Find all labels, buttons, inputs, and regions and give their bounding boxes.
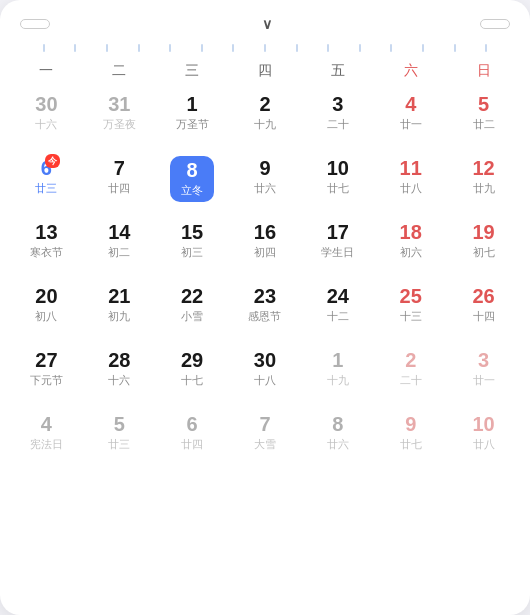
weekday-mon: 一 [10,58,83,84]
day-number: 22 [181,284,203,308]
day-cell[interactable]: 6今廿三 [10,152,83,214]
day-cell[interactable]: 21初九 [83,280,156,342]
day-cell[interactable]: 12廿九 [447,152,520,214]
day-cell[interactable]: 6廿四 [156,408,229,470]
holiday-button[interactable] [20,19,50,29]
day-subtitle: 十六 [35,117,57,132]
day-cell[interactable]: 27下元节 [10,344,83,406]
day-subtitle: 初二 [108,245,130,260]
day-number: 1 [332,348,343,372]
day-cell[interactable]: 29十七 [156,344,229,406]
day-cell[interactable]: 20初八 [10,280,83,342]
day-cell[interactable]: 9廿七 [374,408,447,470]
day-cell[interactable]: 4宪法日 [10,408,83,470]
day-cell[interactable]: 24十二 [301,280,374,342]
day-cell[interactable]: 9廿六 [229,152,302,214]
day-cell[interactable]: 31万圣夜 [83,88,156,150]
day-cell[interactable]: 1万圣节 [156,88,229,150]
weekday-fri: 五 [301,58,374,84]
calendar: ∨ 一 二 三 四 五 六 日 30十六31万圣夜1万圣节2十九3二十4廿一5廿… [0,0,530,615]
day-subtitle: 廿三 [108,437,130,452]
day-subtitle: 小雪 [181,309,203,324]
day-cell[interactable]: 1十九 [301,344,374,406]
day-cell[interactable]: 2十九 [229,88,302,150]
day-cell[interactable]: 7廿四 [83,152,156,214]
day-cell[interactable]: 14初二 [83,216,156,278]
day-cell[interactable]: 4廿一 [374,88,447,150]
day-number: 16 [254,220,276,244]
day-number: 9 [405,412,416,436]
today-dot-wrapper: 6今 [41,156,52,180]
day-number: 1 [187,92,198,116]
day-subtitle: 二十 [400,373,422,388]
day-cell[interactable]: 28十六 [83,344,156,406]
rain-drop [106,44,108,52]
day-number: 3 [332,92,343,116]
calendar-header: ∨ [0,16,530,44]
day-number: 30 [35,92,57,116]
day-subtitle: 廿七 [327,181,349,196]
day-subtitle: 立冬 [181,183,203,198]
day-number: 4 [41,412,52,436]
day-number: 6 [187,412,198,436]
rain-drop [390,44,392,52]
day-cell[interactable]: 16初四 [229,216,302,278]
day-cell[interactable]: 19初七 [447,216,520,278]
day-number: 31 [108,92,130,116]
weekday-headers: 一 二 三 四 五 六 日 [0,58,530,84]
day-subtitle: 万圣节 [176,117,209,132]
day-cell[interactable]: 8廿六 [301,408,374,470]
day-cell[interactable]: 3二十 [301,88,374,150]
month-title[interactable]: ∨ [258,16,272,32]
day-subtitle: 廿一 [400,117,422,132]
day-number: 9 [259,156,270,180]
day-cell[interactable]: 5廿二 [447,88,520,150]
day-number: 10 [472,412,494,436]
day-number: 2 [405,348,416,372]
day-number: 12 [472,156,494,180]
day-number: 30 [254,348,276,372]
day-number: 25 [400,284,422,308]
day-cell[interactable]: 10廿八 [447,408,520,470]
day-cell[interactable]: 10廿七 [301,152,374,214]
day-number: 26 [472,284,494,308]
day-subtitle: 初三 [181,245,203,260]
day-cell[interactable]: 26十四 [447,280,520,342]
day-cell[interactable]: 13寒衣节 [10,216,83,278]
day-cell[interactable]: 30十六 [10,88,83,150]
day-subtitle: 廿三 [35,181,57,196]
day-subtitle: 学生日 [321,245,354,260]
day-subtitle: 十三 [400,309,422,324]
day-cell[interactable]: 18初六 [374,216,447,278]
day-cell[interactable]: 30十八 [229,344,302,406]
rain-drop [169,44,171,52]
day-cell[interactable]: 11廿八 [374,152,447,214]
day-cell[interactable]: 3廿一 [447,344,520,406]
day-cell[interactable]: 15初三 [156,216,229,278]
today-marker: 今 [45,154,60,168]
chevron-down-icon: ∨ [262,16,272,32]
day-cell[interactable]: 2二十 [374,344,447,406]
rain-drop [296,44,298,52]
day-cell[interactable]: 5廿三 [83,408,156,470]
day-cell[interactable]: 23感恩节 [229,280,302,342]
day-cell[interactable]: 17学生日 [301,216,374,278]
day-subtitle: 廿四 [181,437,203,452]
day-number: 19 [472,220,494,244]
day-subtitle: 廿九 [473,181,495,196]
rain-drop [327,44,329,52]
day-cell[interactable]: 7大雪 [229,408,302,470]
day-cell[interactable]: 8立冬 [156,152,229,214]
day-number: 29 [181,348,203,372]
today-button[interactable] [480,19,510,29]
day-subtitle: 万圣夜 [103,117,136,132]
day-number: 8 [332,412,343,436]
day-number: 21 [108,284,130,308]
rain-drop [74,44,76,52]
day-subtitle: 廿七 [400,437,422,452]
day-cell[interactable]: 25十三 [374,280,447,342]
day-subtitle: 感恩节 [248,309,281,324]
day-number: 5 [114,412,125,436]
rain-drop [359,44,361,52]
day-cell[interactable]: 22小雪 [156,280,229,342]
